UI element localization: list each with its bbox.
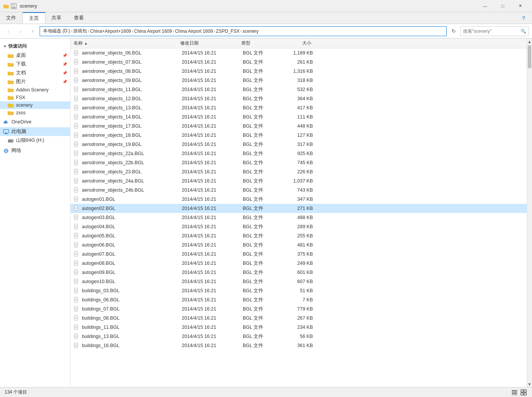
table-row[interactable]: autogen03.BGL 2014/4/15 16:21 BGL 文件 488… — [71, 213, 527, 222]
col-date-header[interactable]: 修改日期 — [180, 40, 241, 46]
table-row[interactable]: buildings_13.BGL 2014/4/15 16:21 BGL 文件 … — [71, 332, 527, 341]
file-name: aerodrome_objects_14.BGL — [82, 114, 182, 120]
sidebar-item-network[interactable]: 网络 — [0, 146, 70, 155]
col-size-header[interactable]: 大小 — [279, 40, 317, 46]
scrollbar[interactable]: ▲ ▼ — [527, 38, 532, 387]
scroll-down-button[interactable]: ▼ — [527, 381, 532, 387]
sidebar-item-drive-h[interactable]: 山猫64G (H:) — [0, 136, 70, 145]
thispc-section: 此电脑 山猫64G (H:) — [0, 127, 70, 145]
svg-rect-23 — [4, 134, 8, 134]
sidebar-item-addon-scenery[interactable]: Addon Scenery — [0, 86, 70, 94]
file-type: BGL 文件 — [243, 187, 281, 194]
table-row[interactable]: buildings_06.BGL 2014/4/15 16:21 BGL 文件 … — [71, 295, 527, 304]
tab-home[interactable]: 主页 — [22, 12, 45, 24]
table-row[interactable]: buildings_07.BGL 2014/4/15 16:21 BGL 文件 … — [71, 304, 527, 314]
minimize-button[interactable]: — — [476, 0, 494, 12]
table-row[interactable]: aerodrome_objects_22a.BGL 2014/4/15 16:2… — [71, 149, 527, 158]
table-row[interactable]: buildings_08.BGL 2014/4/15 16:21 BGL 文件 … — [71, 314, 527, 323]
sidebar-item-desktop[interactable]: 桌面 📌 — [0, 51, 70, 60]
table-row[interactable]: aerodrome_objects_22b.BGL 2014/4/15 16:2… — [71, 158, 527, 167]
sidebar-item-downloads[interactable]: 下载 📌 — [0, 60, 70, 69]
sidebar-item-label: 山猫64G (H:) — [16, 137, 44, 144]
scroll-up-button[interactable]: ▲ — [527, 38, 532, 45]
table-row[interactable]: aerodrome_objects_11.BGL 2014/4/15 16:21… — [71, 85, 527, 94]
file-type: BGL 文件 — [243, 114, 281, 120]
path-zspd[interactable]: ZSPD_FSX — [216, 29, 240, 34]
table-row[interactable]: buildings_03.BGL 2014/4/15 16:21 BGL 文件 … — [71, 286, 527, 295]
tab-view[interactable]: 查看 — [68, 12, 90, 24]
table-row[interactable]: buildings_16.BGL 2014/4/15 16:21 BGL 文件 … — [71, 341, 527, 350]
sidebar-item-fsx[interactable]: FSX — [0, 94, 70, 101]
address-path[interactable]: 本地磁盘 (D:) › 游戏包 › China+Airport+1609 › C… — [40, 26, 447, 36]
table-row[interactable]: aerodrome_objects_07.BGL 2014/4/15 16:21… — [71, 58, 527, 67]
table-row[interactable]: aerodrome_objects_08.BGL 2014/4/15 16:21… — [71, 67, 527, 76]
search-input[interactable] — [463, 29, 521, 34]
table-row[interactable]: aerodrome_objects_12.BGL 2014/4/15 16:21… — [71, 94, 527, 103]
tab-share[interactable]: 共享 — [45, 12, 68, 24]
file-type: BGL 文件 — [243, 59, 281, 66]
table-row[interactable]: aerodrome_objects_13.BGL 2014/4/15 16:21… — [71, 103, 527, 112]
table-row[interactable]: aerodrome_objects_19.BGL 2014/4/15 16:21… — [71, 140, 527, 149]
table-row[interactable]: aerodrome_objects_06.BGL 2014/4/15 16:21… — [71, 48, 527, 58]
item-count: 134 个项目 — [5, 389, 27, 395]
svg-rect-163 — [512, 392, 517, 392]
file-icon — [74, 68, 80, 74]
sidebar-item-scenery[interactable]: scenery — [0, 101, 70, 109]
table-row[interactable]: autogen07.BGL 2014/4/15 16:21 BGL 文件 375… — [71, 250, 527, 259]
file-type: BGL 文件 — [243, 68, 281, 75]
svg-rect-12 — [8, 81, 14, 84]
sidebar-item-label: 桌面 — [16, 52, 26, 59]
search-box[interactable]: 🔍 — [460, 26, 529, 36]
sidebar-item-zsss[interactable]: zsss — [0, 109, 70, 117]
maximize-button[interactable]: □ — [494, 0, 511, 12]
tab-file[interactable]: 文件 — [0, 12, 22, 24]
table-row[interactable]: autogen02.BGL 2014/4/15 16:21 BGL 文件 271… — [71, 204, 527, 213]
path-localdisk[interactable]: 本地磁盘 (D:) — [43, 28, 70, 34]
table-row[interactable]: aerodrome_objects_18.BGL 2014/4/15 16:21… — [71, 131, 527, 140]
file-size: 267 KB — [281, 315, 319, 321]
file-type: BGL 文件 — [243, 288, 281, 294]
table-row[interactable]: autogen09.BGL 2014/4/15 16:21 BGL 文件 601… — [71, 268, 527, 277]
file-type: BGL 文件 — [243, 160, 281, 166]
scroll-thumb[interactable] — [528, 45, 531, 68]
file-size: 318 KB — [281, 78, 319, 83]
close-button[interactable]: ✕ — [511, 0, 529, 12]
path-china1[interactable]: China+Airport+1609 — [90, 29, 131, 34]
file-icon — [74, 242, 80, 248]
sidebar-item-documents[interactable]: 文档 📌 — [0, 69, 70, 77]
forward-button: › — [15, 26, 26, 37]
sidebar-item-onedrive[interactable]: OneDrive — [0, 118, 70, 126]
table-row[interactable]: aerodrome_objects_09.BGL 2014/4/15 16:21… — [71, 76, 527, 85]
table-row[interactable]: autogen10.BGL 2014/4/15 16:21 BGL 文件 607… — [71, 277, 527, 286]
table-row[interactable]: autogen06.BGL 2014/4/15 16:21 BGL 文件 481… — [71, 240, 527, 250]
file-date: 2014/4/15 16:21 — [182, 242, 243, 248]
sidebar-item-pictures[interactable]: 图片 📌 — [0, 77, 70, 86]
table-row[interactable]: aerodrome_objects_24b.BGL 2014/4/15 16:2… — [71, 186, 527, 195]
quick-access-label: 快速访问 — [8, 43, 27, 50]
sidebar-item-thispc[interactable]: 此电脑 — [0, 127, 70, 136]
path-china3[interactable]: China Airport 1609 — [175, 29, 213, 34]
table-row[interactable]: autogen04.BGL 2014/4/15 16:21 BGL 文件 289… — [71, 222, 527, 231]
col-name-header[interactable]: 名称 ▲ — [74, 40, 180, 46]
sidebar-item-label: 此电脑 — [11, 128, 26, 135]
tiles-view-button[interactable] — [520, 389, 527, 396]
path-scenery[interactable]: scenery — [243, 29, 259, 34]
table-row[interactable]: autogen05.BGL 2014/4/15 16:21 BGL 文件 255… — [71, 231, 527, 240]
details-view-button[interactable] — [511, 389, 518, 396]
file-name: aerodrome_objects_06.BGL — [82, 50, 182, 56]
table-row[interactable]: aerodrome_objects_17.BGL 2014/4/15 16:21… — [71, 122, 527, 131]
table-row[interactable]: buildings_11.BGL 2014/4/15 16:21 BGL 文件 … — [71, 323, 527, 332]
quick-access-header[interactable]: ▼ 快速访问 — [0, 42, 70, 51]
file-type: BGL 文件 — [243, 96, 281, 102]
table-row[interactable]: aerodrome_objects_23.BGL 2014/4/15 16:21… — [71, 167, 527, 176]
table-row[interactable]: autogen01.BGL 2014/4/15 16:21 BGL 文件 347… — [71, 195, 527, 204]
table-row[interactable]: autogen08.BGL 2014/4/15 16:21 BGL 文件 249… — [71, 259, 527, 268]
path-gamepkg[interactable]: 游戏包 — [73, 28, 87, 34]
up-button[interactable]: ↑ — [27, 26, 38, 37]
refresh-address-button[interactable]: ↻ — [448, 26, 459, 37]
table-row[interactable]: aerodrome_objects_24a.BGL 2014/4/15 16:2… — [71, 176, 527, 186]
table-row[interactable]: aerodrome_objects_14.BGL 2014/4/15 16:21… — [71, 112, 527, 122]
help-button[interactable]: ? — [518, 13, 529, 23]
path-china2[interactable]: China Airport 1609 — [134, 29, 172, 34]
col-type-header[interactable]: 类型 — [241, 40, 279, 46]
